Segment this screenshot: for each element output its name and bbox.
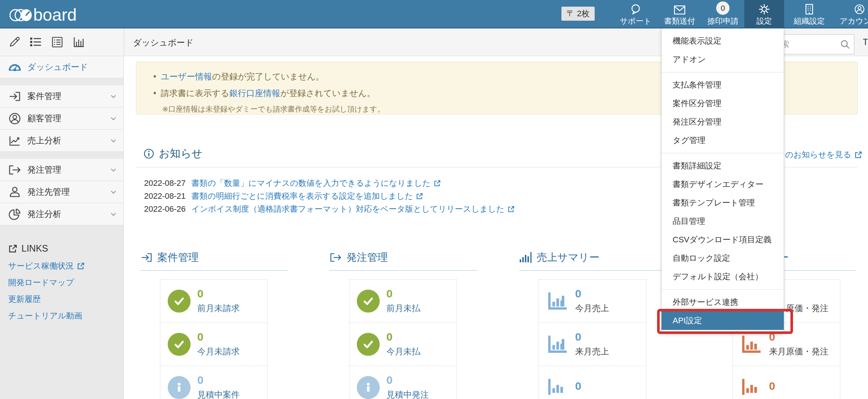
news-section-title: お知らせ	[143, 146, 202, 161]
sidebar-link-roadmap[interactable]: 開発ロードマップ	[8, 276, 123, 289]
news-item: 2022-06-26 インボイス制度（適格請求書フォーマット）対応をベータ版とし…	[144, 202, 515, 215]
page-title: ダッシュボード	[133, 37, 194, 48]
external-link-icon	[416, 192, 423, 200]
stat-card[interactable]: 0今月売上	[539, 279, 646, 323]
topbar: board 〒 2枚 サポート 書類送付 0 捺印申請 設定	[0, 0, 868, 28]
sidebar-item-label: 顧客管理	[27, 113, 109, 124]
sidebar-item-dashboard[interactable]: ダッシュボード	[0, 56, 123, 78]
topbar-item-label: 組織設定	[794, 16, 825, 26]
sidebar: ダッシュボード 案件管理 顧客管理 売上分析	[0, 56, 124, 399]
sidebar-link-changelog[interactable]: 更新履歴	[8, 293, 123, 305]
topbar-item-org-settings[interactable]: 組織設定	[785, 0, 834, 28]
menu-item-addons[interactable]: アドオン	[662, 50, 784, 69]
search-icon[interactable]	[840, 40, 850, 51]
stat-label: 前月未請求	[197, 303, 240, 314]
sidebar-link-service-status[interactable]: サービス稼働状況	[8, 260, 123, 272]
topbar-item-send-documents[interactable]: 書類送付	[659, 0, 701, 28]
widget-order-management: 発注管理 0前月未払 0今月未払 0見積中発注	[329, 250, 477, 399]
form-list-icon[interactable]	[51, 36, 64, 48]
menu-item-design-editor[interactable]: 書類デザインエディター	[662, 175, 784, 194]
topbar-item-stamp-request[interactable]: 0 捺印申請	[701, 0, 744, 28]
stat-card[interactable]: 0見積中案件	[160, 366, 268, 399]
bank-account-link[interactable]: 銀行口座情報	[229, 88, 280, 98]
menu-separator	[662, 72, 784, 72]
check-circle-icon	[168, 333, 191, 356]
stat-card[interactable]: 0来月売上	[539, 323, 646, 366]
sidebar-item-supplier-management[interactable]: 発注先管理	[0, 181, 123, 203]
stat-value: 0	[197, 288, 240, 299]
pencil-icon[interactable]	[8, 36, 21, 48]
sidebar-item-project-management[interactable]: 案件管理	[0, 85, 123, 108]
widget-sales-summary: 売上サマリー 0今月売上 0来月売上 0	[519, 250, 667, 399]
app-root: board 〒 2枚 サポート 書類送付 0 捺印申請 設定	[0, 0, 868, 399]
stat-card[interactable]: 0見積中発注	[349, 366, 457, 399]
menu-item-project-category[interactable]: 案件区分管理	[662, 94, 784, 113]
sidebar-item-sales-analysis[interactable]: 売上分析	[0, 130, 123, 152]
board-logo[interactable]: board	[10, 4, 76, 24]
info-icon	[143, 148, 154, 159]
stat-value: 0	[386, 288, 420, 299]
menu-item-template-management[interactable]: 書類テンプレート管理	[662, 194, 784, 212]
sidebar-link-tutorial-videos[interactable]: チュートリアル動画	[8, 310, 123, 322]
stat-label: 前月未払	[386, 303, 420, 314]
news-date: 2022-08-21	[144, 190, 191, 202]
menu-item-external-services[interactable]: 外部サービス連携	[662, 293, 784, 311]
stat-card[interactable]: 0	[539, 366, 646, 399]
stat-value: 0	[575, 288, 609, 299]
menu-item-default-settings[interactable]: デフォルト設定（会社）	[662, 267, 784, 286]
stat-value: 0	[386, 331, 420, 342]
stat-card[interactable]: 0前月未払	[349, 279, 457, 323]
stat-value: 0	[197, 375, 240, 386]
news-link[interactable]: 書類の明細行ごとに消費税率を表示する設定を追加しました	[191, 190, 423, 202]
news-link[interactable]: インボイス制度（適格請求書フォーマット）対応をベータ版としてリリースしました	[191, 202, 515, 215]
sidebar-item-order-analysis[interactable]: 発注分析	[0, 203, 123, 225]
envelope-icon	[674, 2, 686, 15]
bar-chart-icon	[740, 334, 762, 355]
sign-out-icon	[329, 251, 342, 264]
news-link[interactable]: 書類の「数量」にマイナスの数値を入力できるようになりました	[191, 177, 441, 190]
stat-label: 来月原価・発注	[769, 346, 828, 357]
menu-item-order-category[interactable]: 発注区分管理	[662, 113, 784, 131]
stat-label: 見積中案件	[197, 389, 240, 399]
widget-title-rule	[140, 270, 288, 271]
widget-title: 案件管理	[140, 250, 288, 265]
sidebar-gap	[0, 78, 123, 85]
stamp-count-badge[interactable]: 〒 2枚	[561, 7, 595, 21]
sidebar-item-customer-management[interactable]: 顧客管理	[0, 108, 123, 130]
gauge-icon	[8, 61, 21, 74]
topbar-item-settings[interactable]: 設定	[744, 0, 784, 28]
info-circle-icon	[357, 376, 380, 399]
menu-item-item-management[interactable]: 品目管理	[662, 212, 784, 231]
topbar-item-label: 捺印申請	[707, 16, 738, 26]
menu-item-csv-definitions[interactable]: CSVダウンロード項目定義	[662, 231, 784, 249]
menu-separator	[662, 153, 784, 153]
stat-card[interactable]: 0前月未請求	[160, 279, 268, 323]
bar-chart-icon	[546, 377, 568, 398]
stat-card[interactable]: 0今月未払	[349, 323, 457, 366]
widget-title-rule	[519, 270, 667, 271]
chevron-down-icon	[109, 137, 117, 145]
topbar-item-support[interactable]: サポート	[615, 0, 656, 28]
chevron-down-icon	[109, 188, 117, 196]
account-icon	[854, 2, 865, 15]
settings-dropdown-menu: 機能表示設定 アドオン 支払条件管理 案件区分管理 発注区分管理 タグ管理 書類…	[661, 28, 784, 334]
list-icon[interactable]	[30, 36, 42, 48]
menu-item-auto-lock[interactable]: 自動ロック設定	[662, 249, 784, 267]
menu-item-tag-management[interactable]: タグ管理	[662, 131, 784, 150]
sidebar-item-order-management[interactable]: 発注管理	[0, 159, 123, 181]
menu-item-feature-display[interactable]: 機能表示設定	[662, 32, 784, 50]
menu-item-api-settings[interactable]: API設定	[662, 311, 784, 330]
user-info-link[interactable]: ユーザー情報	[161, 72, 212, 81]
stat-card[interactable]: 0	[732, 366, 840, 399]
stat-value: 0	[769, 381, 775, 392]
check-circle-icon	[168, 290, 191, 313]
topbar-item-label: 設定	[756, 16, 772, 26]
menu-item-payment-terms[interactable]: 支払条件管理	[662, 76, 784, 94]
bar-chart-icon[interactable]	[72, 36, 85, 48]
stat-card[interactable]: 0今月未請求	[160, 323, 268, 366]
sidebar-gap	[0, 152, 123, 159]
stat-label: 今月未払	[386, 346, 420, 357]
menu-item-document-details[interactable]: 書類詳細設定	[662, 157, 784, 175]
topbar-item-account[interactable]: アカウント	[835, 0, 868, 28]
check-circle-icon	[357, 290, 380, 313]
